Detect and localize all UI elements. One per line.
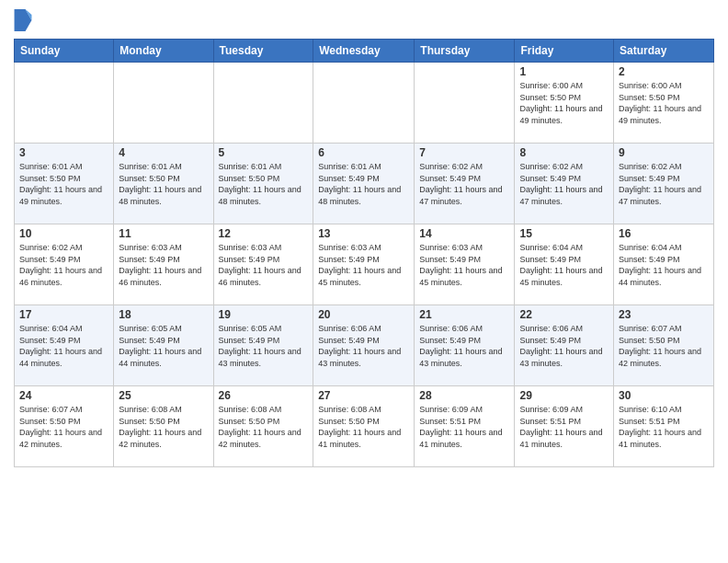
day-number: 25 (119, 389, 208, 402)
day-number: 14 (419, 227, 509, 240)
day-info: Sunrise: 6:08 AM Sunset: 5:50 PM Dayligh… (318, 404, 409, 450)
day-info: Sunrise: 6:06 AM Sunset: 5:49 PM Dayligh… (318, 323, 409, 369)
day-number: 17 (19, 308, 108, 321)
day-number: 28 (419, 389, 509, 402)
day-cell: 27Sunrise: 6:08 AM Sunset: 5:50 PM Dayli… (313, 386, 415, 467)
day-cell: 5Sunrise: 6:01 AM Sunset: 5:50 PM Daylig… (213, 144, 313, 224)
day-info: Sunrise: 6:01 AM Sunset: 5:50 PM Dayligh… (219, 161, 309, 207)
logo (14, 9, 34, 31)
day-cell: 23Sunrise: 6:07 AM Sunset: 5:50 PM Dayli… (614, 305, 714, 386)
day-cell: 9Sunrise: 6:02 AM Sunset: 5:49 PM Daylig… (614, 144, 714, 224)
day-cell (313, 63, 415, 144)
day-cell: 20Sunrise: 6:06 AM Sunset: 5:49 PM Dayli… (313, 305, 415, 386)
day-info: Sunrise: 6:00 AM Sunset: 5:50 PM Dayligh… (519, 80, 609, 126)
day-cell: 29Sunrise: 6:09 AM Sunset: 5:51 PM Dayli… (515, 386, 614, 467)
day-info: Sunrise: 6:03 AM Sunset: 5:49 PM Dayligh… (119, 242, 208, 288)
weekday-header-thursday: Thursday (415, 40, 515, 63)
week-row-1: 1Sunrise: 6:00 AM Sunset: 5:50 PM Daylig… (15, 63, 714, 144)
day-info: Sunrise: 6:03 AM Sunset: 5:49 PM Dayligh… (419, 242, 509, 288)
day-number: 6 (318, 146, 409, 159)
day-cell (15, 63, 114, 144)
day-number: 1 (519, 65, 609, 78)
day-number: 20 (318, 308, 409, 321)
day-info: Sunrise: 6:00 AM Sunset: 5:50 PM Dayligh… (619, 80, 709, 126)
week-row-4: 17Sunrise: 6:04 AM Sunset: 5:49 PM Dayli… (15, 305, 714, 386)
day-number: 22 (519, 308, 609, 321)
day-cell: 7Sunrise: 6:02 AM Sunset: 5:49 PM Daylig… (415, 144, 515, 224)
day-cell (415, 63, 515, 144)
day-cell: 10Sunrise: 6:02 AM Sunset: 5:49 PM Dayli… (15, 224, 114, 305)
day-info: Sunrise: 6:06 AM Sunset: 5:49 PM Dayligh… (419, 323, 509, 369)
day-info: Sunrise: 6:09 AM Sunset: 5:51 PM Dayligh… (519, 404, 609, 450)
day-cell: 28Sunrise: 6:09 AM Sunset: 5:51 PM Dayli… (415, 386, 515, 467)
week-row-5: 24Sunrise: 6:07 AM Sunset: 5:50 PM Dayli… (15, 386, 714, 467)
day-number: 5 (219, 146, 309, 159)
logo-icon (14, 9, 32, 31)
day-number: 11 (119, 227, 208, 240)
day-info: Sunrise: 6:03 AM Sunset: 5:49 PM Dayligh… (219, 242, 309, 288)
day-info: Sunrise: 6:06 AM Sunset: 5:49 PM Dayligh… (519, 323, 609, 369)
day-info: Sunrise: 6:01 AM Sunset: 5:50 PM Dayligh… (19, 161, 108, 207)
weekday-header-monday: Monday (114, 40, 213, 63)
day-cell: 25Sunrise: 6:08 AM Sunset: 5:50 PM Dayli… (114, 386, 213, 467)
weekday-header-saturday: Saturday (614, 40, 714, 63)
day-cell (213, 63, 313, 144)
weekday-header-tuesday: Tuesday (213, 40, 313, 63)
day-info: Sunrise: 6:01 AM Sunset: 5:50 PM Dayligh… (119, 161, 208, 207)
weekday-header-row: SundayMondayTuesdayWednesdayThursdayFrid… (15, 40, 714, 63)
day-number: 29 (519, 389, 609, 402)
day-info: Sunrise: 6:08 AM Sunset: 5:50 PM Dayligh… (119, 404, 208, 450)
day-info: Sunrise: 6:08 AM Sunset: 5:50 PM Dayligh… (219, 404, 309, 450)
day-info: Sunrise: 6:03 AM Sunset: 5:49 PM Dayligh… (318, 242, 409, 288)
day-number: 23 (619, 308, 709, 321)
day-cell: 15Sunrise: 6:04 AM Sunset: 5:49 PM Dayli… (515, 224, 614, 305)
day-cell: 16Sunrise: 6:04 AM Sunset: 5:49 PM Dayli… (614, 224, 714, 305)
calendar: SundayMondayTuesdayWednesdayThursdayFrid… (14, 39, 714, 467)
day-cell: 6Sunrise: 6:01 AM Sunset: 5:49 PM Daylig… (313, 144, 415, 224)
day-cell: 22Sunrise: 6:06 AM Sunset: 5:49 PM Dayli… (515, 305, 614, 386)
day-cell: 4Sunrise: 6:01 AM Sunset: 5:50 PM Daylig… (114, 144, 213, 224)
day-cell: 2Sunrise: 6:00 AM Sunset: 5:50 PM Daylig… (614, 63, 714, 144)
day-number: 15 (519, 227, 609, 240)
day-number: 26 (219, 389, 309, 402)
day-info: Sunrise: 6:02 AM Sunset: 5:49 PM Dayligh… (519, 161, 609, 207)
day-cell: 13Sunrise: 6:03 AM Sunset: 5:49 PM Dayli… (313, 224, 415, 305)
day-info: Sunrise: 6:10 AM Sunset: 5:51 PM Dayligh… (619, 404, 709, 450)
day-number: 4 (119, 146, 208, 159)
day-cell: 3Sunrise: 6:01 AM Sunset: 5:50 PM Daylig… (15, 144, 114, 224)
day-number: 24 (19, 389, 108, 402)
day-info: Sunrise: 6:04 AM Sunset: 5:49 PM Dayligh… (519, 242, 609, 288)
day-number: 19 (219, 308, 309, 321)
day-number: 7 (419, 146, 509, 159)
day-number: 3 (19, 146, 108, 159)
day-info: Sunrise: 6:02 AM Sunset: 5:49 PM Dayligh… (419, 161, 509, 207)
weekday-header-wednesday: Wednesday (313, 40, 415, 63)
weekday-header-sunday: Sunday (15, 40, 114, 63)
day-cell: 11Sunrise: 6:03 AM Sunset: 5:49 PM Dayli… (114, 224, 213, 305)
day-info: Sunrise: 6:04 AM Sunset: 5:49 PM Dayligh… (619, 242, 709, 288)
day-info: Sunrise: 6:05 AM Sunset: 5:49 PM Dayligh… (219, 323, 309, 369)
day-cell: 21Sunrise: 6:06 AM Sunset: 5:49 PM Dayli… (415, 305, 515, 386)
day-info: Sunrise: 6:05 AM Sunset: 5:49 PM Dayligh… (119, 323, 208, 369)
week-row-2: 3Sunrise: 6:01 AM Sunset: 5:50 PM Daylig… (15, 144, 714, 224)
day-number: 8 (519, 146, 609, 159)
day-info: Sunrise: 6:02 AM Sunset: 5:49 PM Dayligh… (19, 242, 108, 288)
day-number: 16 (619, 227, 709, 240)
week-row-3: 10Sunrise: 6:02 AM Sunset: 5:49 PM Dayli… (15, 224, 714, 305)
day-number: 18 (119, 308, 208, 321)
day-number: 12 (219, 227, 309, 240)
day-info: Sunrise: 6:04 AM Sunset: 5:49 PM Dayligh… (19, 323, 108, 369)
header (14, 9, 714, 31)
day-info: Sunrise: 6:01 AM Sunset: 5:49 PM Dayligh… (318, 161, 409, 207)
day-info: Sunrise: 6:09 AM Sunset: 5:51 PM Dayligh… (419, 404, 509, 450)
day-cell: 30Sunrise: 6:10 AM Sunset: 5:51 PM Dayli… (614, 386, 714, 467)
day-cell: 19Sunrise: 6:05 AM Sunset: 5:49 PM Dayli… (213, 305, 313, 386)
day-cell: 17Sunrise: 6:04 AM Sunset: 5:49 PM Dayli… (15, 305, 114, 386)
day-info: Sunrise: 6:07 AM Sunset: 5:50 PM Dayligh… (619, 323, 709, 369)
day-cell: 1Sunrise: 6:00 AM Sunset: 5:50 PM Daylig… (515, 63, 614, 144)
day-cell: 26Sunrise: 6:08 AM Sunset: 5:50 PM Dayli… (213, 386, 313, 467)
day-number: 10 (19, 227, 108, 240)
day-cell (114, 63, 213, 144)
day-cell: 8Sunrise: 6:02 AM Sunset: 5:49 PM Daylig… (515, 144, 614, 224)
day-cell: 14Sunrise: 6:03 AM Sunset: 5:49 PM Dayli… (415, 224, 515, 305)
